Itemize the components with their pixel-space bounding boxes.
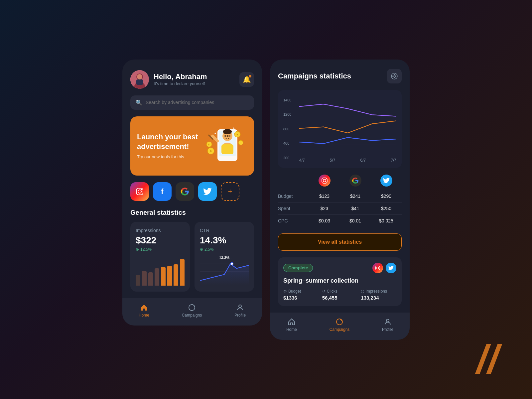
x-label-77: 7/7 xyxy=(391,158,396,163)
nav-profile-right[interactable]: Profile xyxy=(375,318,400,332)
cpc-row: CPC $0.03 $0.01 $0.025 xyxy=(278,214,402,227)
ctr-change: ⊕ 2.5% xyxy=(200,247,249,252)
svg-point-50 xyxy=(326,178,326,179)
impressions-value: $322 xyxy=(136,235,185,246)
campaign-clicks-value: 56,455 xyxy=(322,295,358,301)
twitter-col-header xyxy=(371,175,402,187)
campaign-clicks-stat: ↺ Clicks 56,455 xyxy=(322,289,358,301)
filter-button[interactable] xyxy=(387,69,402,83)
banner-title: Launch your best advertisement! xyxy=(137,132,204,151)
google-col-header xyxy=(340,175,371,187)
campaign-clicks-label: ↺ Clicks xyxy=(322,289,358,294)
budget-icon: ⚙ xyxy=(283,289,287,294)
svg-line-16 xyxy=(212,136,217,141)
spent-google: $41 xyxy=(340,206,371,211)
svg-point-55 xyxy=(386,319,389,322)
svg-text:$: $ xyxy=(210,149,211,153)
google-platform-icon xyxy=(349,175,361,187)
instagram-icon[interactable] xyxy=(130,182,149,201)
illustration-svg: $ $ $ ✦ ✦ xyxy=(204,124,247,168)
greeting: Hello, Abraham xyxy=(154,72,207,81)
main-chart-svg xyxy=(299,95,396,155)
campaigns-icon-right xyxy=(335,318,343,326)
twitter-icon[interactable] xyxy=(198,182,217,201)
search-bar[interactable]: 🔍 xyxy=(130,95,254,110)
search-input[interactable] xyxy=(146,100,249,105)
svg-text:$: $ xyxy=(208,143,209,146)
banner-text: Launch your best advertisement! Try our … xyxy=(137,132,204,159)
nav-profile[interactable]: Profile xyxy=(228,304,252,318)
campaign-instagram-icon xyxy=(372,263,383,273)
instagram-col-header xyxy=(309,175,340,187)
budget-row: Budget $123 $241 $290 xyxy=(278,190,402,202)
svg-point-42 xyxy=(395,75,396,77)
cpc-google: $0.01 xyxy=(340,218,371,223)
campaign-budget-label: ⚙ Budget xyxy=(283,289,319,294)
nav-home[interactable]: Home xyxy=(132,304,156,318)
nav-home-right[interactable]: Home xyxy=(280,318,304,332)
left-phone: Hello, Abraham It's time to declare your… xyxy=(122,60,262,326)
ctr-line-chart: 13.3% xyxy=(200,257,249,286)
google-icon[interactable] xyxy=(176,182,194,201)
spent-row: Spent $23 $41 $250 xyxy=(278,202,402,214)
clicks-icon: ↺ xyxy=(322,289,326,294)
add-social-button[interactable]: + xyxy=(221,182,239,201)
impressions-icon: ◎ xyxy=(361,289,364,294)
profile-icon-right xyxy=(384,318,392,326)
svg-rect-15 xyxy=(221,144,233,154)
campaign-budget-value: $1336 xyxy=(283,295,319,301)
svg-point-39 xyxy=(394,74,395,75)
stats-table: Budget $123 $241 $290 Spent $23 $41 $250… xyxy=(278,175,402,227)
instagram-platform-icon xyxy=(319,175,331,187)
header-text: Hello, Abraham It's time to declare your… xyxy=(154,72,207,86)
campaign-twitter-icon xyxy=(386,263,396,273)
header: Hello, Abraham It's time to declare your… xyxy=(130,70,254,89)
svg-point-21 xyxy=(238,140,243,145)
x-axis-labels: 4/7 5/7 6/7 7/7 xyxy=(299,158,396,163)
notification-button[interactable]: 🔔 xyxy=(239,72,254,87)
facebook-icon[interactable]: f xyxy=(153,182,172,201)
app-container: Hello, Abraham It's time to declare your… xyxy=(122,60,410,340)
budget-instagram: $123 xyxy=(309,194,340,199)
svg-point-28 xyxy=(138,190,141,193)
arrow-up-icon-2: ⊕ xyxy=(200,247,203,252)
y-axis: 1400 1200 800 400 200 xyxy=(283,95,295,163)
spent-instagram: $23 xyxy=(309,206,340,211)
nav-profile-label: Profile xyxy=(234,313,246,318)
right-bottom-nav: Home Campaigns Profile xyxy=(270,313,410,340)
stats-grid: Impressions $322 ⊕ 12.5% xyxy=(130,222,254,292)
spent-twitter: $250 xyxy=(371,206,402,211)
campaign-budget-stat: ⚙ Budget $1336 xyxy=(283,289,319,301)
svg-text:✦: ✦ xyxy=(232,126,235,130)
chart-area: 1400 1200 800 400 200 xyxy=(283,95,396,163)
campaign-impressions-value: 133,234 xyxy=(361,295,396,301)
svg-text:✦: ✦ xyxy=(214,132,216,135)
chart-svg-area: 4/7 5/7 6/7 7/7 xyxy=(299,95,396,163)
right-phone: Campaigns statistics 1400 1200 800 xyxy=(270,60,410,340)
nav-campaigns-label-right: Campaigns xyxy=(330,327,350,332)
svg-point-10 xyxy=(228,135,230,137)
ctr-svg xyxy=(200,257,249,286)
y-label-200: 200 xyxy=(283,156,295,160)
svg-point-8 xyxy=(223,129,232,134)
social-icons-row: f + xyxy=(130,182,254,201)
campaigns-chart: 1400 1200 800 400 200 xyxy=(278,90,402,168)
nav-campaigns-right[interactable]: Campaigns xyxy=(323,318,356,332)
banner-illustration: $ $ $ ✦ ✦ xyxy=(204,124,247,168)
y-label-400: 400 xyxy=(283,141,295,145)
svg-point-37 xyxy=(239,305,241,308)
svg-point-52 xyxy=(377,267,379,269)
nav-home-label-right: Home xyxy=(286,327,297,332)
cpc-label: CPC xyxy=(278,218,309,223)
view-all-button[interactable]: View all statistics xyxy=(278,233,402,251)
impressions-bar-chart xyxy=(136,259,185,286)
filter-icon xyxy=(391,72,398,80)
campaigns-title: Campaigns statistics xyxy=(278,72,351,80)
banner-subtitle: Try our new tools for this xyxy=(137,154,204,159)
search-icon: 🔍 xyxy=(136,99,142,106)
nav-campaigns-label: Campaigns xyxy=(182,313,202,318)
status-badge: Complete xyxy=(283,264,313,272)
ctr-value: 14.3% xyxy=(200,235,249,246)
nav-campaigns[interactable]: Campaigns xyxy=(175,304,209,318)
campaign-platforms xyxy=(372,263,396,273)
